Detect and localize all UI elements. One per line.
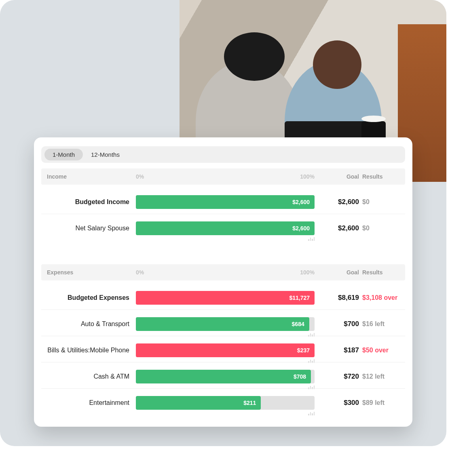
expenses-title: Expenses	[47, 269, 136, 276]
row-goal: $720	[323, 373, 359, 381]
row-result: $89 left	[359, 399, 399, 406]
progress-bar: $2,600	[136, 221, 315, 235]
budget-row[interactable]: Net Salary Spouse$2,600$2,600$0	[41, 214, 405, 240]
progress-fill: $237	[136, 343, 315, 357]
progress-fill: $684	[136, 317, 309, 331]
budget-row[interactable]: Entertainment$211$300$89 left	[41, 388, 405, 415]
income-header: Income 0% 100% Goal Results	[41, 168, 405, 185]
time-range-tabs: 1-Month 12-Months	[41, 146, 405, 163]
row-result: $3,108 over	[359, 294, 399, 301]
progress-fill: $2,600	[136, 195, 315, 209]
mini-chart-icon[interactable]	[308, 237, 315, 241]
budget-row[interactable]: Auto & Transport$684$700$16 left	[41, 310, 405, 336]
progress-fill: $11,727	[136, 291, 315, 305]
row-label: Net Salary Spouse	[47, 225, 136, 232]
progress-fill: $2,600	[136, 221, 315, 235]
row-result: $0	[359, 198, 399, 206]
row-result: $16 left	[359, 320, 399, 328]
progress-bar: $237	[136, 343, 315, 357]
summary-row[interactable]: Budgeted Expenses$11,727$8,619$3,108 ove…	[41, 284, 405, 310]
budget-row[interactable]: Bills & Utilities:Mobile Phone$237$187$5…	[41, 336, 405, 362]
scale-end: 100%	[300, 173, 315, 180]
tab-1-month[interactable]: 1-Month	[44, 149, 83, 160]
row-goal: $2,600	[323, 224, 359, 232]
progress-fill: $708	[136, 370, 311, 383]
income-title: Income	[47, 173, 136, 180]
row-label: Budgeted Expenses	[47, 294, 136, 301]
mini-chart-icon[interactable]	[308, 411, 315, 415]
scale-end: 100%	[300, 269, 315, 276]
col-results: Results	[359, 173, 399, 180]
progress-fill: $211	[136, 396, 261, 410]
col-goal: Goal	[323, 269, 359, 276]
budget-row[interactable]: Cash & ATM$708$720$12 left	[41, 362, 405, 388]
row-goal: $700	[323, 320, 359, 328]
summary-row[interactable]: Budgeted Income$2,600$2,600$0	[41, 188, 405, 214]
scale-labels: 0% 100%	[136, 173, 323, 180]
row-goal: $187	[323, 346, 359, 354]
budget-panel: 1-Month 12-Months Income 0% 100% Goal Re…	[34, 137, 412, 427]
income-rows: Budgeted Income$2,600$2,600$0Net Salary …	[34, 185, 412, 240]
row-goal: $8,619	[323, 294, 359, 302]
progress-bar: $684	[136, 317, 315, 331]
progress-bar: $11,727	[136, 291, 315, 305]
row-goal: $300	[323, 399, 359, 407]
row-label: Entertainment	[47, 399, 136, 406]
expenses-header: Expenses 0% 100% Goal Results	[41, 264, 405, 280]
col-goal: Goal	[323, 173, 359, 180]
scale-labels: 0% 100%	[136, 269, 323, 276]
scale-start: 0%	[136, 173, 144, 180]
row-label: Bills & Utilities:Mobile Phone	[47, 347, 136, 354]
row-label: Auto & Transport	[47, 320, 136, 328]
progress-bar: $211	[136, 396, 315, 410]
row-result: $0	[359, 225, 399, 232]
progress-bar: $708	[136, 370, 315, 383]
row-goal: $2,600	[323, 198, 359, 206]
promo-card: 1-Month 12-Months Income 0% 100% Goal Re…	[0, 0, 446, 446]
row-label: Cash & ATM	[47, 373, 136, 380]
row-result: $12 left	[359, 373, 399, 380]
row-result: $50 over	[359, 347, 399, 354]
expense-rows: Budgeted Expenses$11,727$8,619$3,108 ove…	[34, 280, 412, 415]
col-results: Results	[359, 269, 399, 276]
progress-bar: $2,600	[136, 195, 315, 209]
row-label: Budgeted Income	[47, 198, 136, 206]
scale-start: 0%	[136, 269, 144, 276]
tab-12-months[interactable]: 12-Months	[83, 149, 128, 160]
